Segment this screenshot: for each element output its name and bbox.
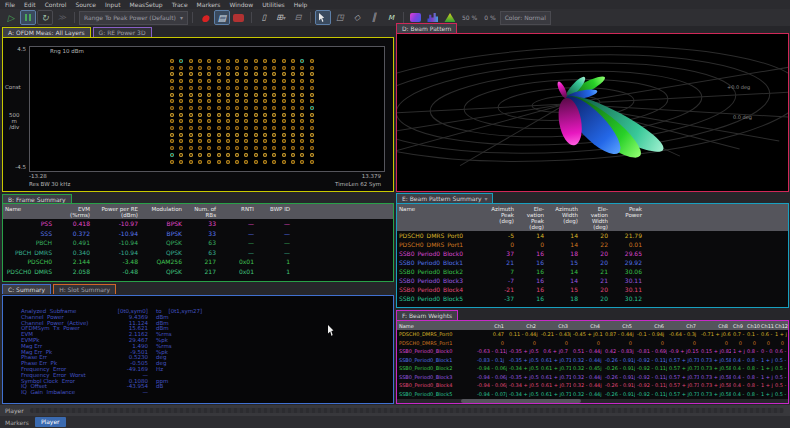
restart-button[interactable] xyxy=(38,11,52,24)
menu-meassetup[interactable]: MeasSetup xyxy=(130,1,163,8)
table-row[interactable]: SSB0_Period0_Block03716182029.65 xyxy=(397,249,788,258)
menu-input[interactable]: Input xyxy=(105,1,121,8)
player-tab[interactable]: Player xyxy=(35,417,66,427)
scrollbar-thumb[interactable] xyxy=(461,399,581,403)
spectrum-icon xyxy=(427,13,438,22)
cell: 20 xyxy=(581,250,611,257)
table-row[interactable]: SSB0_Period0_Block4-2116152030.11 xyxy=(397,285,788,294)
play-button[interactable] xyxy=(4,11,18,24)
tab-beam-pattern[interactable]: D: Beam Pattern xyxy=(396,23,457,33)
constellation-dot xyxy=(198,153,202,157)
column-header[interactable]: Ch11 xyxy=(759,321,773,330)
column-header[interactable]: Azimuth Peak (deg) xyxy=(483,204,517,225)
pause-button[interactable] xyxy=(21,11,35,24)
table-row[interactable]: PSS0.418-10.97BPSK33—— xyxy=(3,219,393,229)
column-header[interactable]: Ch7 xyxy=(667,321,699,330)
column-header[interactable]: Ele- vation Width (deg) xyxy=(581,204,611,231)
menu-source[interactable]: Source xyxy=(75,1,96,8)
constellation-dot xyxy=(170,146,174,150)
range-dropdown[interactable]: Range To Peak Power (Default) xyxy=(80,12,187,24)
tab-slot-summary[interactable]: H: Slot Summary xyxy=(53,284,116,294)
column-header[interactable]: Ele- vation Peak (deg) xyxy=(517,204,547,231)
column-header[interactable]: RNTI xyxy=(219,204,257,213)
column-header[interactable]: EVM (%rms) xyxy=(55,204,93,219)
table-row[interactable]: SSB0_Period0_Block5-3716182030.12 xyxy=(397,294,788,303)
grid-layout-button[interactable] xyxy=(274,11,288,24)
menu-markers[interactable]: Markers xyxy=(197,1,221,8)
cell: 0 xyxy=(773,340,787,346)
column-header[interactable]: Name xyxy=(397,204,483,213)
table-row[interactable]: PDSCH0_DMRS2.058-0.48QPSK2170x011 xyxy=(3,267,393,277)
menu-trace[interactable]: Trace xyxy=(172,1,188,8)
menu-control[interactable]: Control xyxy=(45,1,67,8)
menu-utilities[interactable]: Utilities xyxy=(262,1,285,8)
player-timeline[interactable] xyxy=(30,408,784,413)
table-row[interactable]: PDSCH0_DMRS_Port10014220.01 xyxy=(397,240,788,249)
table-row[interactable]: SSB0_Period0_Block2716142130.06 xyxy=(397,267,788,276)
table-row[interactable]: PDSCH0_DMRS_Port1000000000000 xyxy=(397,339,788,348)
column-header[interactable]: Name xyxy=(397,321,475,330)
column-header[interactable]: Modulation xyxy=(141,204,185,213)
table-row[interactable]: SSB0_Period0_Block0-0.63 - 0.11j-0.35 + … xyxy=(397,347,788,356)
column-header[interactable]: Name xyxy=(3,204,55,213)
capture-button[interactable] xyxy=(232,11,246,24)
panel-icon xyxy=(262,13,266,22)
column-header[interactable]: Ch6 xyxy=(635,321,667,330)
select-tool-button[interactable] xyxy=(316,11,330,24)
column-header[interactable]: Ch8 xyxy=(699,321,731,330)
column-header[interactable]: Peak Power xyxy=(611,204,645,219)
band-markers-button[interactable] xyxy=(367,11,381,24)
tab-re-power-3d[interactable]: G: RE Power 3D xyxy=(93,27,152,37)
table-row[interactable]: PDSCH02.144-3.48QAM2562170x011 xyxy=(3,257,393,267)
tab-beam-weights[interactable]: F: Beam Weights xyxy=(396,310,458,320)
column-header[interactable]: Azimuth Width (deg) xyxy=(547,204,581,225)
tab-summary[interactable]: C: Summary xyxy=(2,284,51,294)
table-row[interactable]: SSB0_Period0_Block3-716142130.11 xyxy=(397,276,788,285)
table-row[interactable]: PDSCH0_DMRS_Port00.470.11 - 0.44j-0.21 -… xyxy=(397,330,788,339)
window-layout-button[interactable] xyxy=(291,11,305,24)
column-header[interactable]: Ch10 xyxy=(745,321,759,330)
cell: -0.34 + j0.58 xyxy=(507,365,539,371)
column-header[interactable]: Ch3 xyxy=(539,321,571,330)
table-row[interactable]: SSB0_Period0_Block1-0.83 - 0.1j-0.35 + j… xyxy=(397,356,788,365)
constellation-dot xyxy=(226,126,230,130)
constellation-dot xyxy=(198,86,202,90)
column-header[interactable]: Ch9 xyxy=(731,321,745,330)
table-row[interactable]: PBCH_DMRS0.340-10.94QPSK63—— xyxy=(3,248,393,258)
table-row[interactable]: SSB0_Period0_Block12116152029.92 xyxy=(397,258,788,267)
column-header[interactable]: Num. of RBs xyxy=(185,204,219,219)
tab-ofdm-meas[interactable]: A: OFDM Meas: All Layers xyxy=(2,27,91,37)
table-row[interactable]: SSB0_Period0_Block4-0.94 - 0.06j-0.34 + … xyxy=(397,381,788,390)
zoom-region-button[interactable] xyxy=(333,11,347,24)
column-header[interactable]: Ch12 xyxy=(773,321,787,330)
table-row[interactable]: SSS0.372-10.94BPSK33—— xyxy=(3,229,393,239)
cell: 0 xyxy=(507,340,539,346)
column-header[interactable]: Ch4 xyxy=(571,321,603,330)
table-row[interactable]: SSB0_Period0_Block2-0.94 - 0.06j-0.34 + … xyxy=(397,364,788,373)
menu-edit[interactable]: Edit xyxy=(24,1,36,8)
menu-window[interactable]: Window xyxy=(229,1,253,8)
panel-layout-button[interactable] xyxy=(257,11,271,24)
column-header[interactable]: Power per RE (dBm) xyxy=(93,204,141,219)
table-row[interactable]: PBCH0.491-10.94QPSK63—— xyxy=(3,238,393,248)
constellation-plot[interactable]: Rng 10 dBm xyxy=(29,46,385,172)
beam-pattern-3d[interactable] xyxy=(397,34,788,191)
marker-shape-button[interactable] xyxy=(350,11,364,24)
menu-file[interactable]: File xyxy=(5,1,15,8)
table-row[interactable]: SSB0_Period0_Block5-0.94 - 0.07j-0.34 + … xyxy=(397,390,788,399)
column-header[interactable]: Ch5 xyxy=(603,321,635,330)
cell: SSB0_Period0_Block4 xyxy=(397,286,483,293)
menu-help[interactable]: Help xyxy=(294,1,308,8)
column-header[interactable]: Ch2 xyxy=(507,321,539,330)
recall-button[interactable] xyxy=(215,11,229,24)
cell: -0.26 - 0.91j xyxy=(603,365,635,371)
table-row[interactable]: PDSCH0_DMRS_Port0-514142021.79 xyxy=(397,231,788,240)
record-button[interactable] xyxy=(198,11,212,24)
column-header[interactable]: Ch1 xyxy=(475,321,507,330)
constellation-dot xyxy=(254,160,258,164)
horizontal-scrollbar[interactable] xyxy=(397,399,788,403)
skip-button[interactable] xyxy=(55,11,69,24)
table-row[interactable]: SSB0_Period0_Block3-0.94 - 0.06j-0.35 + … xyxy=(397,373,788,382)
tab-beam-pattern-summary[interactable]: E: Beam Pattern Summary xyxy=(396,193,493,203)
column-header[interactable]: BWP ID xyxy=(257,204,293,213)
